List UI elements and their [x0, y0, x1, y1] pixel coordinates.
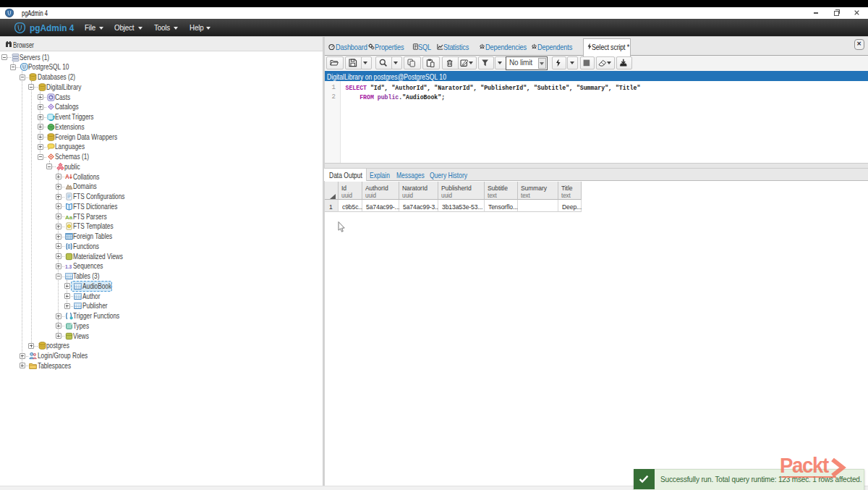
svg-text:1.3: 1.3 [65, 264, 72, 269]
svg-text:A: A [65, 174, 69, 180]
svg-text:Aa: Aa [65, 214, 73, 220]
